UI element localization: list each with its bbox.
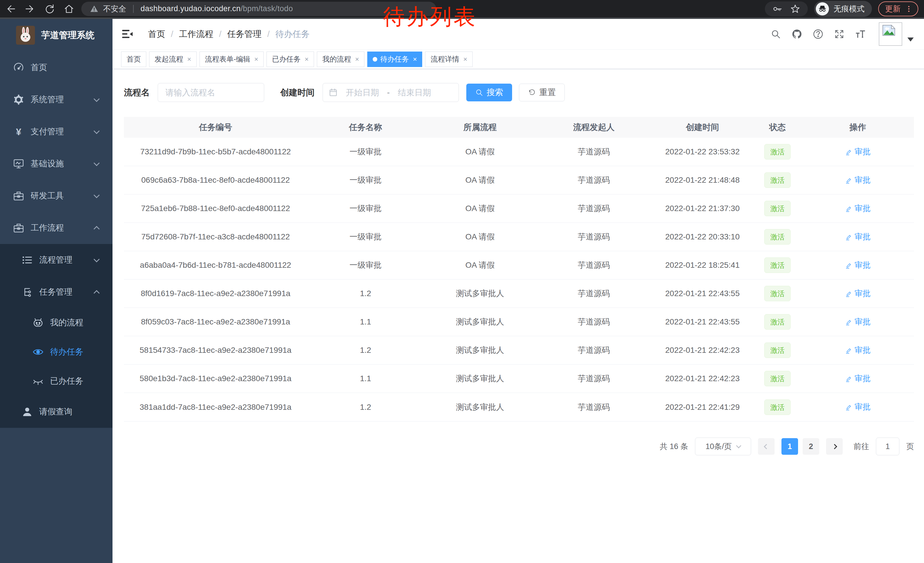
approve-button[interactable]: 审批: [845, 146, 871, 157]
approve-button[interactable]: 审批: [845, 288, 871, 299]
approve-button[interactable]: 审批: [845, 401, 871, 412]
cell-create-time: 2022-01-22 23:53:32: [651, 147, 753, 156]
reset-button[interactable]: 重置: [519, 84, 565, 101]
status-badge: 激活: [764, 257, 790, 273]
avatar[interactable]: [879, 23, 902, 46]
cell-task-id: 8f0d1619-7ac8-11ec-a9e2-a2380e71991a: [124, 289, 307, 298]
search-button[interactable]: 搜索: [466, 84, 512, 101]
dashboard-icon: [13, 62, 24, 73]
screen: 不安全 dashboard.yudao.iocoder.cn/bpm/task/…: [0, 0, 924, 563]
approve-button[interactable]: 审批: [845, 175, 871, 186]
refresh-icon: [528, 89, 536, 96]
cell-task-id: 73211d9d-7b9b-11ec-b5b7-acde48001122: [124, 147, 307, 156]
close-icon[interactable]: ×: [187, 55, 191, 63]
approve-button[interactable]: 审批: [845, 260, 871, 270]
browser-menu-icon[interactable]: [904, 5, 913, 13]
sidebar-item-已办任务[interactable]: 已办任务: [0, 366, 112, 396]
process-name-input[interactable]: [158, 83, 264, 102]
cell-status: 激活: [753, 144, 801, 159]
tab-item-待办任务[interactable]: 待办任务×: [367, 51, 422, 67]
tabs-bar: 首页发起流程×流程表单-编辑×已办任务×我的流程×待办任务×流程详情×: [112, 50, 924, 69]
date-range-picker[interactable]: -: [322, 83, 459, 102]
sidebar-item-待办任务[interactable]: 待办任务: [0, 337, 112, 366]
approve-button[interactable]: 审批: [845, 231, 871, 242]
eye-icon: [32, 346, 44, 358]
sidebar-item-工作流程[interactable]: 工作流程: [0, 212, 112, 244]
column-header: 创建时间: [651, 122, 753, 133]
cell-process: 测试多审批人: [424, 402, 536, 413]
cell-create-time: 2022-01-22 21:37:30: [651, 204, 753, 213]
browser-reload-icon[interactable]: [44, 3, 55, 14]
breadcrumb-separator: /: [267, 29, 270, 39]
app-logo[interactable]: 芋道管理系统: [0, 19, 112, 51]
close-icon[interactable]: ×: [355, 55, 359, 63]
tab-item-已办任务[interactable]: 已办任务×: [267, 51, 314, 67]
cell-starter: 芋道源码: [536, 146, 651, 157]
cell-task-id: 8f059c03-7ac8-11ec-a9e2-a2380e71991a: [124, 317, 307, 326]
font-size-icon[interactable]: [855, 29, 866, 40]
sidebar-item-研发工具[interactable]: 研发工具: [0, 180, 112, 212]
cell-status: 激活: [753, 286, 801, 301]
tab-item-我的流程[interactable]: 我的流程×: [317, 51, 364, 67]
tab-item-流程表单-编辑[interactable]: 流程表单-编辑×: [200, 51, 264, 67]
tab-item-流程详情[interactable]: 流程详情×: [425, 51, 472, 67]
security-warning-icon[interactable]: [90, 5, 99, 13]
range-separator: -: [387, 88, 390, 98]
cell-task-name: 1.2: [307, 402, 424, 412]
close-icon[interactable]: ×: [413, 55, 417, 63]
sidebar-item-首页[interactable]: 首页: [0, 51, 112, 84]
robot-icon: [32, 317, 44, 329]
prev-page-button[interactable]: [758, 438, 775, 455]
tasks-table: 任务编号任务名称所属流程流程发起人创建时间状态操作 73211d9d-7b9b-…: [124, 117, 914, 422]
tab-label: 已办任务: [272, 54, 300, 64]
browser-back-icon[interactable]: [5, 3, 16, 14]
sidebar-item-请假查询[interactable]: 请假查询: [0, 396, 112, 428]
approve-button[interactable]: 审批: [845, 317, 871, 327]
sidebar-item-我的流程[interactable]: 我的流程: [0, 308, 112, 337]
sidebar-item-任务管理[interactable]: 任务管理: [0, 276, 112, 308]
browser-forward-icon[interactable]: [25, 3, 36, 14]
fullscreen-icon[interactable]: [834, 29, 845, 40]
table-row: 725a1eb6-7b88-11ec-8ef0-acde48001122一级审批…: [124, 194, 914, 223]
close-icon[interactable]: ×: [304, 55, 309, 63]
approve-button[interactable]: 审批: [845, 345, 871, 356]
browser-home-icon[interactable]: [63, 3, 74, 14]
user-menu[interactable]: [879, 23, 914, 46]
column-header: 流程发起人: [536, 122, 651, 133]
search-icon[interactable]: [770, 29, 782, 40]
chevron-down-icon[interactable]: [908, 38, 914, 42]
update-button[interactable]: 更新: [878, 2, 918, 17]
breadcrumb-item-任务管理[interactable]: 任务管理: [227, 29, 262, 40]
next-page-button[interactable]: [826, 438, 843, 455]
page-size-select[interactable]: 10条/页: [695, 438, 751, 455]
sidebar-item-支付管理[interactable]: ¥支付管理: [0, 116, 112, 148]
help-icon[interactable]: [812, 29, 824, 40]
sidebar-item-流程管理[interactable]: 流程管理: [0, 244, 112, 276]
cell-task-id: a6aba0a4-7b6d-11ec-b781-acde48001122: [124, 261, 307, 270]
tab-label: 首页: [126, 54, 141, 64]
edit-pen-icon: [845, 290, 852, 297]
page-button-2[interactable]: 2: [802, 438, 819, 455]
end-date-input[interactable]: [392, 88, 437, 98]
approve-button[interactable]: 审批: [845, 373, 871, 384]
password-key-icon[interactable]: [772, 4, 783, 14]
tab-item-首页[interactable]: 首页: [121, 51, 146, 67]
breadcrumb-item-工作流程[interactable]: 工作流程: [179, 29, 213, 40]
breadcrumb-item-首页[interactable]: 首页: [148, 29, 165, 40]
close-icon[interactable]: ×: [463, 55, 467, 63]
start-date-input[interactable]: [339, 88, 385, 98]
tab-item-发起流程[interactable]: 发起流程×: [149, 51, 196, 67]
sidebar-item-系统管理[interactable]: 系统管理: [0, 84, 112, 116]
hamburger-icon[interactable]: [121, 28, 134, 41]
goto-page-input[interactable]: [876, 438, 899, 455]
sidebar-item-基础设施[interactable]: 基础设施: [0, 148, 112, 180]
cell-task-name: 一级审批: [307, 260, 424, 270]
bookmark-star-icon[interactable]: [790, 4, 800, 14]
github-icon[interactable]: [791, 29, 802, 40]
cell-status: 激活: [753, 173, 801, 188]
close-icon[interactable]: ×: [254, 55, 258, 63]
monitor-icon: [13, 158, 24, 170]
approve-button[interactable]: 审批: [845, 203, 871, 214]
sidebar-menu: 首页系统管理¥支付管理基础设施研发工具工作流程流程管理任务管理我的流程待办任务已…: [0, 51, 112, 428]
page-button-1[interactable]: 1: [782, 438, 798, 455]
